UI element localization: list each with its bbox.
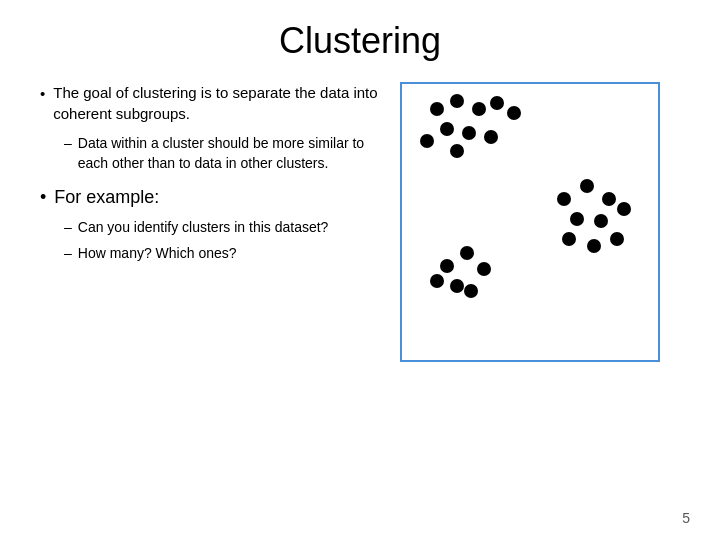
dot <box>610 232 624 246</box>
sub-bullet-text-2-2: How many? Which ones? <box>78 244 237 264</box>
diagram-column <box>400 82 680 362</box>
dot <box>580 179 594 193</box>
dash-1: – <box>64 134 72 154</box>
dot <box>472 102 486 116</box>
dot <box>430 274 444 288</box>
dot <box>570 212 584 226</box>
dot <box>450 94 464 108</box>
dot <box>557 192 571 206</box>
slide-title: Clustering <box>40 20 680 62</box>
text-column: • The goal of clustering is to separate … <box>40 82 380 276</box>
dot <box>594 214 608 228</box>
dot <box>507 106 521 120</box>
bullet-text-2: For example: <box>54 185 159 210</box>
dot <box>460 246 474 260</box>
sub-bullet-text-1-1: Data within a cluster should be more sim… <box>78 134 380 173</box>
sub-bullet-text-2-1: Can you identify clusters in this datase… <box>78 218 329 238</box>
bullet-symbol-1: • <box>40 83 45 104</box>
dot <box>450 279 464 293</box>
dot <box>450 144 464 158</box>
slide: Clustering • The goal of clustering is t… <box>0 0 720 540</box>
dot <box>587 239 601 253</box>
dot <box>490 96 504 110</box>
dot <box>617 202 631 216</box>
sub-bullets-2: – Can you identify clusters in this data… <box>64 218 380 263</box>
page-number: 5 <box>682 510 690 526</box>
dash-2-1: – <box>64 218 72 238</box>
dot <box>562 232 576 246</box>
sub-bullets-1: – Data within a cluster should be more s… <box>64 134 380 173</box>
bullet-text-1: The goal of clustering is to separate th… <box>53 82 380 124</box>
dot <box>420 134 434 148</box>
sub-bullet-1-1: – Data within a cluster should be more s… <box>64 134 380 173</box>
bullet-2: • For example: <box>40 185 380 210</box>
dot <box>484 130 498 144</box>
bullet-1: • The goal of clustering is to separate … <box>40 82 380 124</box>
dot <box>602 192 616 206</box>
sub-bullet-2-1: – Can you identify clusters in this data… <box>64 218 380 238</box>
cluster-box <box>400 82 660 362</box>
sub-bullet-2-2: – How many? Which ones? <box>64 244 380 264</box>
dot <box>477 262 491 276</box>
content-area: • The goal of clustering is to separate … <box>40 82 680 362</box>
bullet-symbol-2: • <box>40 185 46 210</box>
dot <box>462 126 476 140</box>
dot <box>430 102 444 116</box>
dot <box>440 122 454 136</box>
dash-2-2: – <box>64 244 72 264</box>
dot <box>464 284 478 298</box>
dot <box>440 259 454 273</box>
